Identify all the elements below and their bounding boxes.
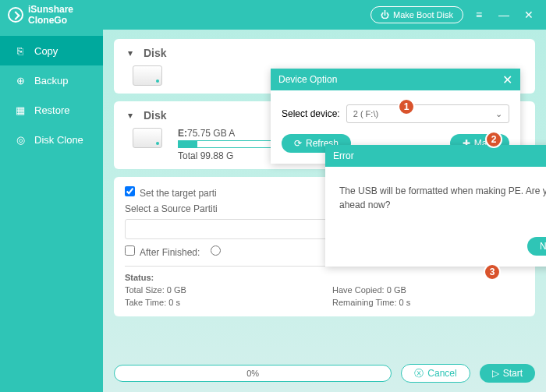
chevron-down-icon[interactable]: ▾ (125, 48, 136, 58)
device-value: 2 ( F:\) (353, 109, 378, 118)
bottom-bar: 0% ⓧCancel ▷Start (114, 364, 535, 383)
dialog-header: Error ✕ (325, 145, 546, 167)
restore-icon: ▦ (14, 104, 27, 116)
close-button[interactable]: ✕ (519, 5, 538, 24)
dialog-title: Device Option (278, 74, 337, 85)
chevron-down-icon[interactable]: ▾ (125, 110, 136, 121)
callout-3: 3 (484, 263, 501, 281)
dialog-close-button[interactable]: ✕ (502, 72, 512, 87)
error-dialog: Error ✕ The USB will be formatted when m… (325, 145, 546, 267)
status-total-size: Total Size: 0 GB (125, 285, 317, 295)
drive-size: 75.75 GB A (187, 128, 235, 139)
cancel-button[interactable]: ⓧCancel (401, 364, 470, 383)
app-logo: iSunshare CloneGo (8, 4, 73, 26)
progress-bar: 0% (114, 365, 392, 382)
sidebar: ⎘ Copy ⊕ Backup ▦ Restore ◎ Disk Clone (0, 30, 103, 392)
copy-icon: ⎘ (14, 44, 27, 57)
main-content: ▾ Disk ▾ Disk E:75.75 GB A Tota (103, 30, 546, 392)
logo-icon (8, 7, 23, 23)
set-target-label: Set the target parti (140, 188, 217, 199)
chevron-down-icon: ⌄ (495, 109, 502, 119)
no-button[interactable]: No (527, 237, 546, 256)
dialog-header: Device Option ✕ (271, 69, 520, 90)
make-boot-disk-button[interactable]: ⏻ Make Boot Disk (370, 6, 463, 23)
cancel-icon: ⓧ (414, 367, 424, 380)
after-finished-label: After Finished: (140, 247, 200, 258)
power-icon: ⏻ (381, 10, 389, 19)
drive-icon (133, 128, 162, 148)
usage-bar (178, 140, 271, 148)
app-name-2: CloneGo (28, 15, 73, 26)
select-device-label: Select device: (282, 108, 340, 119)
drive-total: Total 99.88 G (178, 150, 271, 161)
sidebar-item-label: Disk Clone (34, 134, 83, 146)
start-label: Start (503, 368, 523, 379)
app-name-1: iSunshare (28, 4, 73, 15)
dialog-title: Error (333, 150, 354, 161)
sidebar-item-disk-clone[interactable]: ◎ Disk Clone (0, 125, 103, 154)
drive-icon (133, 65, 162, 86)
select-device-dropdown[interactable]: 2 ( F:\) ⌄ (346, 104, 509, 123)
after-finished-checkbox[interactable]: After Finished: (125, 245, 200, 258)
sidebar-item-label: Backup (34, 75, 68, 87)
sidebar-item-copy[interactable]: ⎘ Copy (0, 36, 103, 65)
status-copied: Have Copied: 0 GB (332, 285, 524, 295)
refresh-icon: ⟳ (294, 138, 302, 149)
sidebar-item-restore[interactable]: ▦ Restore (0, 95, 103, 125)
status-remaining-time: Remaining Time: 0 s (332, 298, 524, 307)
callout-1: 1 (398, 98, 415, 115)
play-icon: ▷ (492, 368, 499, 379)
callout-2: 2 (485, 131, 502, 148)
sidebar-item-backup[interactable]: ⊕ Backup (0, 65, 103, 95)
progress-text: 0% (246, 369, 259, 378)
minimize-button[interactable]: — (495, 5, 513, 24)
disk-title: Disk (144, 109, 167, 122)
set-target-checkbox[interactable]: Set the target parti (125, 188, 217, 199)
disk-clone-icon: ◎ (14, 133, 27, 146)
sidebar-item-label: Restore (34, 104, 70, 116)
error-message: The USB will be formatted when making PE… (325, 167, 546, 223)
cancel-label: Cancel (427, 368, 456, 379)
cloud-decoration (220, 297, 267, 314)
sidebar-item-label: Copy (34, 45, 58, 57)
title-bar: iSunshare CloneGo ⏻ Make Boot Disk ≡ — ✕ (0, 0, 546, 30)
disk-title: Disk (144, 47, 167, 59)
start-button[interactable]: ▷Start (480, 364, 535, 383)
make-boot-label: Make Boot Disk (393, 10, 453, 19)
no-label: No (540, 241, 546, 252)
drive-letter: E: (178, 128, 187, 139)
status-heading: Status: (125, 273, 524, 282)
after-radio-1[interactable] (211, 245, 221, 258)
menu-button[interactable]: ≡ (470, 5, 488, 24)
backup-icon: ⊕ (14, 74, 27, 87)
